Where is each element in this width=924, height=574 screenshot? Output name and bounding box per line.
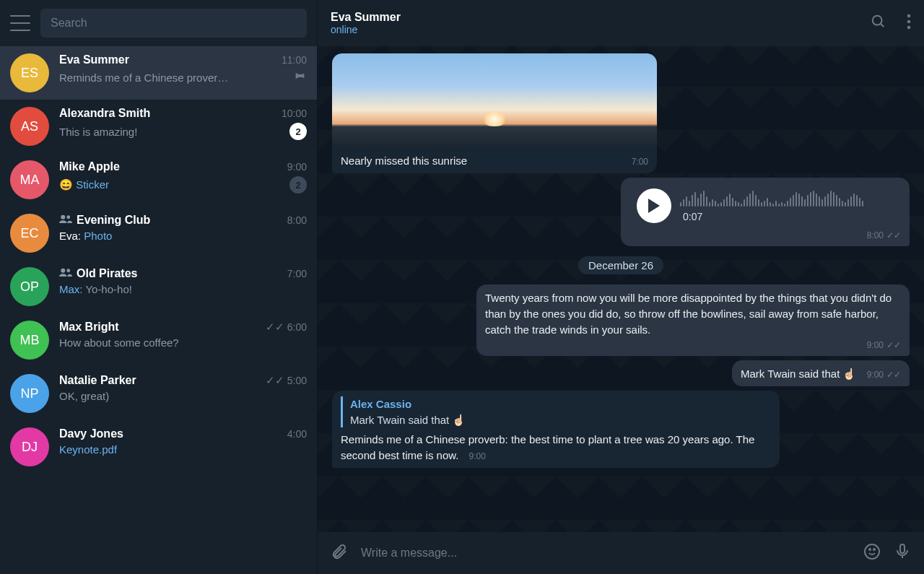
chat-item[interactable]: DJ Davy Jones 4:00 Keynote.pdf [0,420,317,474]
read-checks-icon: ✓✓ [886,339,901,352]
chat-name: Eva Summer [59,53,129,66]
chat-name: Natalie Parker [59,374,136,387]
svg-point-10 [869,549,871,550]
text-message[interactable]: Mark Twain said that ☝🏻 9:00 ✓✓ [732,360,910,386]
message-time: 9:00 [867,339,884,352]
voice-duration: 0:07 [683,209,868,224]
avatar: ES [10,53,49,92]
message-text: Twenty years from now you will be more d… [485,292,892,336]
waveform [680,188,868,206]
hamburger-menu-icon[interactable] [10,15,30,31]
image-caption: Nearly missed this sunrise [341,153,467,169]
attach-icon[interactable] [331,543,348,563]
chat-time: ✓✓ 6:00 [266,321,307,334]
avatar: DJ [10,427,49,466]
message-out: Twenty years from now you will be more d… [332,284,910,356]
svg-point-3 [66,269,70,272]
avatar: NP [10,374,49,413]
message-input[interactable] [361,547,850,560]
group-icon [59,267,72,280]
svg-rect-12 [900,544,905,553]
chat-name: Alexandra Smith [59,107,150,120]
message-text: Reminds me of a Chinese proverb: the bes… [341,433,754,461]
messages-area: Nearly missed this sunrise 7:00 0:07 8:0… [318,46,924,532]
pin-icon [294,69,307,85]
chat-item[interactable]: EC Evening Club 8:00 Eva: Photo [0,206,317,260]
unread-badge: 2 [289,123,307,140]
message-time: 9:00 [867,369,884,381]
reply-quoted-text: Mark Twain said that ☝🏻 [350,412,771,428]
chat-item[interactable]: MB Max Bright ✓✓ 6:00 How about some cof… [0,313,317,367]
chat-time: 11:00 [282,54,307,66]
message-in: Nearly missed this sunrise 7:00 [332,53,910,173]
chat-name: Evening Club [59,214,150,227]
svg-point-2 [61,269,65,273]
svg-point-11 [873,549,875,550]
svg-point-6 [907,14,911,18]
date-separator: December 26 [332,251,910,280]
header-status: online [331,24,401,35]
chat-time: ✓✓ 5:00 [266,374,307,387]
sidebar-topbar [0,0,317,46]
message-time: 9:00 [469,451,486,463]
avatar: MA [10,160,49,199]
chat-item[interactable]: MA Mike Apple 9:00 😄 Sticker 2 [0,153,317,206]
message-time: 7:00 [632,156,648,168]
chat-preview: How about some coffee? [59,336,179,349]
header-contact-name[interactable]: Eva Summer [331,11,401,24]
chat-list: ES Eva Summer 11:00 Reminds me of a Chin… [0,46,317,574]
svg-point-8 [907,26,911,30]
emoji-icon[interactable] [863,543,881,563]
search-box [40,9,307,38]
chat-time: 10:00 [282,108,307,119]
message-out: 0:07 8:00 ✓✓ [332,178,910,247]
message-time: 8:00 [867,230,884,242]
reply-preview: Alex Cassio Mark Twain said that ☝🏻 [341,396,771,428]
svg-point-7 [907,20,911,24]
chat-time: 4:00 [287,428,307,440]
image-message[interactable]: Nearly missed this sunrise 7:00 [332,53,657,173]
chat-time: 7:00 [287,268,307,279]
sunrise-image [332,53,657,147]
date-label: December 26 [578,256,663,274]
chat-item[interactable]: ES Eva Summer 11:00 Reminds me of a Chin… [0,46,317,100]
reply-message[interactable]: Alex Cassio Mark Twain said that ☝🏻 Remi… [332,391,780,468]
search-input[interactable] [51,17,297,30]
composer [318,532,924,574]
text-message[interactable]: Twenty years from now you will be more d… [476,284,910,356]
conversation-panel: Eva Summer online Nearly missed this sun… [318,0,924,574]
avatar: MB [10,321,49,360]
svg-point-4 [873,16,882,25]
chat-name: Davy Jones [59,427,123,440]
microphone-icon[interactable] [894,543,911,563]
chat-item[interactable]: NP Natalie Parker ✓✓ 5:00 OK, great) [0,367,317,420]
conversation-header: Eva Summer online [318,0,924,46]
avatar: AS [10,107,49,146]
reply-sender-name: Alex Cassio [350,396,771,412]
unread-badge: 2 [289,176,307,193]
svg-point-0 [61,215,65,219]
chat-preview: Eva: Photo [59,230,112,242]
chat-item[interactable]: AS Alexandra Smith 10:00 This is amazing… [0,100,317,153]
svg-line-5 [881,24,884,27]
more-menu-icon[interactable] [907,14,911,32]
group-icon [59,214,72,227]
message-text: Mark Twain said that ☝🏻 [741,368,856,380]
chat-item[interactable]: OP Old Pirates 7:00 Max: Yo-ho-ho! [0,260,317,313]
play-icon[interactable] [637,188,671,223]
sidebar: ES Eva Summer 11:00 Reminds me of a Chin… [0,0,318,574]
chat-preview: Max: Yo-ho-ho! [59,283,132,295]
search-icon[interactable] [871,14,886,32]
chat-time: 8:00 [287,214,307,226]
chat-preview: Keynote.pdf [59,443,117,456]
avatar: EC [10,214,49,253]
chat-time: 9:00 [287,161,307,173]
chat-name: Old Pirates [59,267,137,280]
svg-point-9 [865,544,879,559]
avatar: OP [10,267,49,306]
voice-message[interactable]: 0:07 8:00 ✓✓ [621,178,910,247]
chat-preview: 😄 Sticker [59,178,109,191]
chat-preview: This is amazing! [59,126,137,138]
chat-preview: Reminds me of a Chinese prover… [59,71,228,84]
chat-name: Mike Apple [59,160,120,173]
